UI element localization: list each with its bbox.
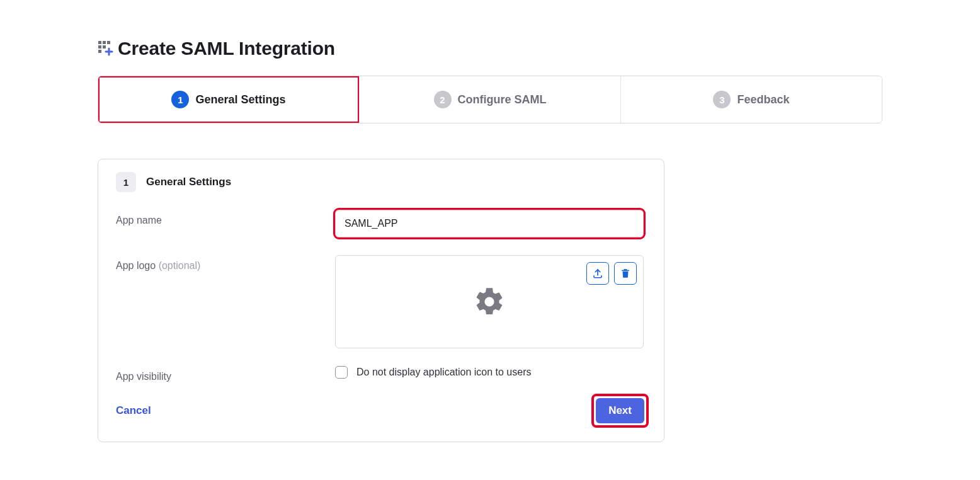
form-row-app-visibility: App visibility Do not display applicatio… bbox=[116, 366, 646, 382]
delete-logo-button[interactable] bbox=[614, 262, 637, 285]
step-configure-saml[interactable]: 2 Configure SAML bbox=[359, 76, 620, 123]
step-number: 1 bbox=[171, 91, 189, 108]
panel-title: General Settings bbox=[146, 176, 231, 188]
svg-rect-0 bbox=[98, 41, 101, 44]
step-feedback[interactable]: 3 Feedback bbox=[620, 76, 882, 123]
svg-rect-5 bbox=[98, 50, 101, 53]
step-label: Configure SAML bbox=[458, 93, 547, 106]
form-row-app-logo: App logo (optional) bbox=[116, 255, 646, 348]
step-label: General Settings bbox=[195, 93, 285, 106]
step-number: 3 bbox=[713, 91, 731, 108]
visibility-checkbox-label: Do not display application icon to users bbox=[356, 367, 532, 378]
create-app-icon bbox=[98, 40, 114, 57]
next-button-highlight: Next bbox=[594, 396, 646, 425]
step-label: Feedback bbox=[737, 93, 789, 106]
next-button[interactable]: Next bbox=[596, 398, 644, 423]
svg-rect-1 bbox=[103, 41, 106, 44]
stepper: 1 General Settings 2 Configure SAML 3 Fe… bbox=[98, 76, 882, 123]
app-logo-dropzone[interactable] bbox=[335, 255, 644, 348]
visibility-checkbox[interactable] bbox=[335, 366, 348, 379]
panel-step-number: 1 bbox=[116, 172, 136, 192]
gear-icon bbox=[473, 285, 506, 318]
app-name-input[interactable] bbox=[335, 210, 644, 237]
general-settings-panel: 1 General Settings App name App logo (op… bbox=[98, 159, 664, 442]
app-visibility-label: App visibility bbox=[116, 366, 335, 382]
step-number: 2 bbox=[434, 91, 452, 108]
svg-rect-2 bbox=[107, 41, 110, 44]
upload-logo-button[interactable] bbox=[586, 262, 609, 285]
upload-icon bbox=[592, 268, 603, 279]
app-logo-label: App logo (optional) bbox=[116, 255, 335, 271]
page-title-row: Create SAML Integration bbox=[98, 38, 882, 59]
step-general-settings[interactable]: 1 General Settings bbox=[98, 76, 359, 123]
page-title: Create SAML Integration bbox=[118, 38, 335, 59]
svg-rect-3 bbox=[98, 45, 101, 49]
form-row-app-name: App name bbox=[116, 210, 646, 237]
app-logo-optional: (optional) bbox=[159, 260, 201, 271]
trash-icon bbox=[620, 268, 631, 279]
panel-header: 1 General Settings bbox=[116, 172, 646, 192]
cancel-link[interactable]: Cancel bbox=[116, 404, 151, 417]
app-name-label: App name bbox=[116, 210, 335, 226]
panel-footer: Cancel Next bbox=[116, 396, 646, 425]
svg-rect-4 bbox=[103, 45, 106, 49]
app-logo-label-text: App logo bbox=[116, 260, 156, 271]
svg-point-9 bbox=[487, 299, 493, 305]
